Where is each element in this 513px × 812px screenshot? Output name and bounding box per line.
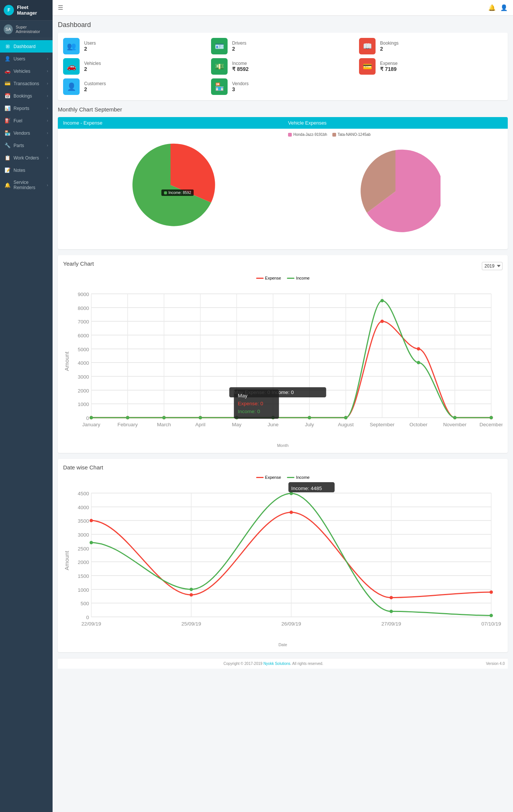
datewise-chart-container: 22/09/1925/09/1926/09/1927/09/1907/10/19… (63, 482, 502, 647)
sidebar-item-fuel[interactable]: ⛽ Fuel › (0, 114, 53, 127)
svg-point-67 (490, 416, 493, 420)
legend-label: Expense (265, 475, 281, 480)
svg-point-52 (380, 320, 384, 323)
footer-company[interactable]: Nyokk Solutions (263, 662, 290, 666)
stat-cards: 👥 Users 2 🪪 Drivers 2 📖 Bookings (58, 33, 508, 100)
stat-label-drivers: Drivers (232, 41, 246, 46)
svg-text:2000: 2000 (78, 388, 89, 394)
app-logo: F (4, 5, 14, 15)
sidebar-label-transactions: Transactions (14, 81, 39, 86)
legend-item-Tata-NANO-1245ab: Tata-NANO-1245ab (332, 132, 371, 137)
sidebar-item-transactions[interactable]: 💳 Transactions › (0, 77, 53, 90)
sidebar-item-service-reminders[interactable]: 🔔 Service Reminders › (0, 176, 53, 194)
notification-icon[interactable]: 🔔 (488, 4, 496, 11)
stat-row-0: 👥 Users 2 🪪 Drivers 2 📖 Bookings (63, 38, 502, 54)
svg-point-105 (90, 519, 93, 522)
stat-card-Bookings: 📖 Bookings 2 (359, 38, 502, 54)
svg-point-109 (490, 591, 493, 594)
stat-value-bookings: 2 (380, 46, 398, 52)
arrow-bookings: › (47, 94, 48, 98)
income-line (90, 299, 493, 420)
svg-text:3000: 3000 (78, 374, 89, 380)
stat-value-expense: ₹ 7189 (380, 66, 398, 72)
yearly-tooltip: May Expense: 0 Income: 0MayExpense: 0Inc… (229, 387, 326, 419)
yearly-chart-container: JanuaryFebruaryMarchAprilMayJuneJulyAugu… (63, 283, 502, 448)
stat-value-customers: 2 (84, 86, 106, 92)
vehicle-pie-svg (350, 146, 441, 236)
stat-label-users: Users (84, 41, 96, 46)
user-icon[interactable]: 👤 (500, 4, 508, 11)
footer: Copyright © 2017-2019 Nyokk Solutions. A… (58, 658, 508, 669)
sidebar-item-dashboard[interactable]: ⊞ Dashboard (0, 40, 53, 53)
expense-line (90, 320, 493, 420)
stat-value-income: ₹ 8592 (232, 66, 249, 72)
arrow-transactions: › (47, 81, 48, 86)
arrow-users: › (47, 57, 48, 61)
stat-info-drivers: Drivers 2 (232, 41, 246, 52)
stat-icon-expense: 💳 (359, 58, 376, 75)
sidebar-item-bookings[interactable]: 📅 Bookings › (0, 90, 53, 102)
stat-card-Users: 👥 Users 2 (63, 38, 207, 54)
sidebar-item-reports[interactable]: 📊 Reports › (0, 102, 53, 114)
svg-text:4000: 4000 (78, 505, 89, 510)
datewise-section: Date wise Chart ExpenseIncome 22/09/1925… (58, 459, 508, 652)
legend-label: Honda-Jazz-9191bh (293, 132, 327, 137)
svg-point-65 (417, 361, 420, 364)
sidebar-label-parts: Parts (14, 143, 24, 148)
sidebar-item-parts[interactable]: 🔧 Parts › (0, 139, 53, 152)
svg-text:500: 500 (80, 601, 89, 606)
svg-text:August: August (338, 422, 354, 427)
arrow-service-reminders: › (47, 183, 48, 187)
sidebar-item-users[interactable]: 👤 Users › (0, 53, 53, 65)
stat-label-vehicles: Vehicles (84, 61, 101, 66)
sidebar-item-notes[interactable]: 📝 Notes (0, 164, 53, 176)
sidebar-item-vehicles[interactable]: 🚗 Vehicles › (0, 65, 53, 77)
svg-text:November: November (443, 422, 467, 427)
svg-text:25/09/19: 25/09/19 (181, 621, 201, 627)
svg-point-59 (199, 416, 202, 420)
year-select[interactable]: 201920182017 (482, 262, 502, 270)
svg-text:April: April (195, 422, 205, 427)
stat-icon-bookings: 📖 (359, 38, 376, 54)
sidebar-header: F Fleet Manager (0, 0, 53, 21)
svg-point-53 (417, 347, 420, 350)
arrow-parts: › (47, 143, 48, 147)
stat-card-Income: 💵 Income ₹ 8592 (211, 58, 355, 75)
svg-text:7000: 7000 (78, 319, 89, 325)
legend-label: Expense (265, 276, 281, 280)
username: Super Administrator (16, 25, 49, 34)
work-orders-icon: 📋 (5, 155, 11, 161)
sidebar-label-notes: Notes (14, 168, 25, 173)
stat-label-expense: Expense (380, 61, 398, 66)
stat-card-Vendors: 🏪 Vendors 3 (211, 78, 355, 95)
svg-text:Amount: Amount (63, 550, 70, 570)
stat-info-users: Users 2 (84, 41, 96, 52)
sidebar-item-work-orders[interactable]: 📋 Work Orders › (0, 152, 53, 164)
stat-value-vendors: 3 (232, 86, 249, 92)
service-reminders-icon: 🔔 (5, 182, 11, 188)
datewise-legend: ExpenseIncome (63, 475, 502, 480)
legend-dot (332, 133, 336, 137)
sidebar-label-bookings: Bookings (14, 93, 32, 99)
stat-card-empty (359, 78, 502, 95)
hamburger-icon[interactable]: ☰ (58, 4, 63, 11)
sidebar-item-vendors[interactable]: 🏪 Vendors › (0, 127, 53, 139)
stat-card-Customers: 👤 Customers 2 (63, 78, 207, 95)
avatar: SA (4, 24, 13, 34)
stat-icon-users: 👥 (63, 38, 80, 54)
svg-text:6000: 6000 (78, 333, 89, 338)
income-expense-panel: Income - Expense Incom (58, 117, 283, 249)
page-title: Dashboard (58, 16, 508, 33)
sidebar-nav: ⊞ Dashboard 👤 Users › 🚗 Vehicles › 💳 Tra… (0, 38, 53, 812)
stat-info-customers: Customers 2 (84, 81, 106, 92)
svg-text:2500: 2500 (78, 546, 89, 552)
sidebar-label-reports: Reports (14, 106, 29, 111)
app-title: Fleet Manager (17, 5, 49, 16)
yearly-chart-title: Yearly Chart (63, 260, 94, 267)
stat-value-drivers: 2 (232, 46, 246, 52)
users-icon: 👤 (5, 56, 11, 62)
legend-label: Income (296, 475, 309, 480)
vehicle-expenses-body (283, 139, 508, 244)
svg-point-64 (380, 299, 384, 302)
svg-text:2000: 2000 (78, 559, 89, 565)
